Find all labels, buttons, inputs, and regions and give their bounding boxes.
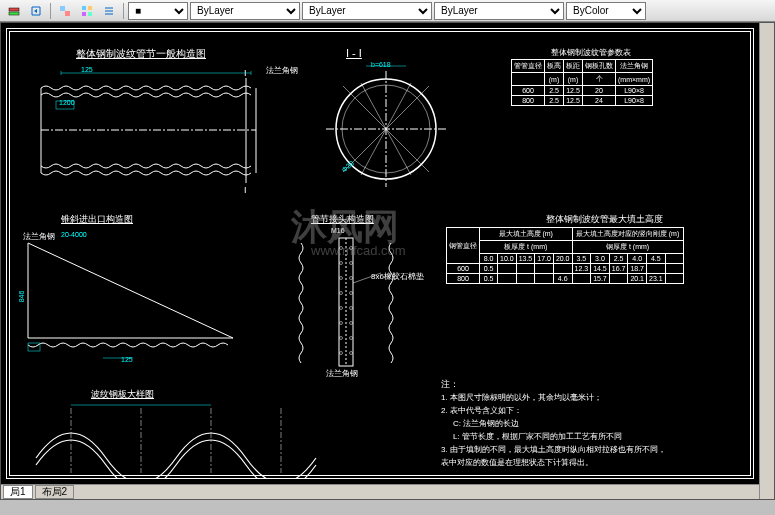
tab-bar: 局1 布局2 xyxy=(1,484,759,499)
svg-text:I: I xyxy=(244,185,247,193)
joint-drawing xyxy=(281,233,421,378)
svg-point-35 xyxy=(340,292,343,295)
svg-point-34 xyxy=(350,277,353,280)
dim-1200: 1200 xyxy=(59,99,75,106)
title-4: 管节接头构造图 xyxy=(311,213,374,226)
props-icon[interactable] xyxy=(99,2,119,20)
plotstyle-select[interactable]: ByColor xyxy=(566,2,646,20)
svg-rect-1 xyxy=(9,12,19,15)
svg-rect-4 xyxy=(82,6,86,10)
svg-point-31 xyxy=(340,262,343,265)
svg-point-37 xyxy=(340,307,343,310)
swatch-icon[interactable] xyxy=(77,2,97,20)
svg-point-33 xyxy=(340,277,343,280)
svg-rect-5 xyxy=(88,6,92,10)
wave-detail-drawing xyxy=(31,403,341,478)
layers-icon[interactable] xyxy=(4,2,24,20)
svg-point-42 xyxy=(350,337,353,340)
svg-rect-0 xyxy=(9,8,19,11)
svg-point-30 xyxy=(350,247,353,250)
scrollbar-vertical[interactable] xyxy=(759,23,774,499)
svg-point-43 xyxy=(340,352,343,355)
dim-125b: 125 xyxy=(121,356,133,363)
cone-drawing xyxy=(23,238,243,373)
dim-125: 125 xyxy=(81,66,93,73)
fill-height-table: 钢管直径最大填土高度 (m)最大填土高度对应的竖向刚度 (m) 板厚度 t (m… xyxy=(446,227,684,284)
layer-prev-icon[interactable] xyxy=(26,2,46,20)
svg-point-29 xyxy=(340,247,343,250)
notes-block: 注： 1. 本图尺寸除标明的以外，其余均以毫米计； 2. 表中代号含义如下： C… xyxy=(441,378,731,469)
svg-point-32 xyxy=(350,262,353,265)
linetype-select-1[interactable]: ByLayer xyxy=(190,2,300,20)
svg-rect-3 xyxy=(65,11,70,16)
pipe-elevation-drawing: I I xyxy=(31,63,281,193)
svg-rect-7 xyxy=(88,12,92,16)
svg-rect-6 xyxy=(82,12,86,16)
layout-tab-1[interactable]: 局1 xyxy=(3,485,33,499)
svg-point-38 xyxy=(350,307,353,310)
svg-point-39 xyxy=(340,322,343,325)
dim-4000: 20-4000 xyxy=(61,231,87,238)
section-drawing xyxy=(311,61,461,196)
title-section: I - I xyxy=(346,47,362,59)
params-table: 管管直径板高板距钢板孔数法兰角钢 (m)(m)个(mm×mm) 6002.512… xyxy=(511,59,653,106)
label-rubber: 8x6橡胶石棉垫 xyxy=(371,271,424,282)
svg-point-36 xyxy=(350,292,353,295)
title-1: 整体钢制波纹管节一般构造图 xyxy=(76,47,206,61)
svg-rect-2 xyxy=(60,6,65,11)
drawing-area: 沐风网 www.mfcad.com 整体钢制波纹管节一般构造图 I - I 锥斜… xyxy=(0,22,775,500)
linetype-select-2[interactable]: ByLayer xyxy=(302,2,432,20)
match-icon[interactable] xyxy=(55,2,75,20)
label-flange-1: 法兰角钢 xyxy=(266,65,298,76)
svg-point-44 xyxy=(350,352,353,355)
model-space[interactable]: 沐风网 www.mfcad.com 整体钢制波纹管节一般构造图 I - I 锥斜… xyxy=(1,23,759,484)
title-5: 波纹钢板大样图 xyxy=(91,388,154,401)
table2-title: 整体钢制波纹管最大填土高度 xyxy=(546,213,663,226)
svg-line-25 xyxy=(28,243,233,338)
dim-b618: b=618 xyxy=(371,61,391,68)
toolbar: ■ ByLayer ByLayer ByLayer ByColor xyxy=(0,0,775,22)
table1-title: 整体钢制波纹管参数表 xyxy=(551,47,631,58)
dim-846: 846 xyxy=(18,291,25,303)
title-3: 锥斜进出口构造图 xyxy=(61,213,133,226)
color-select[interactable]: ■ xyxy=(128,2,188,20)
label-flange-3: 法兰角钢 xyxy=(326,368,358,379)
layout-tab-2[interactable]: 布局2 xyxy=(35,485,75,499)
svg-point-40 xyxy=(350,322,353,325)
lineweight-select[interactable]: ByLayer xyxy=(434,2,564,20)
svg-point-41 xyxy=(340,337,343,340)
